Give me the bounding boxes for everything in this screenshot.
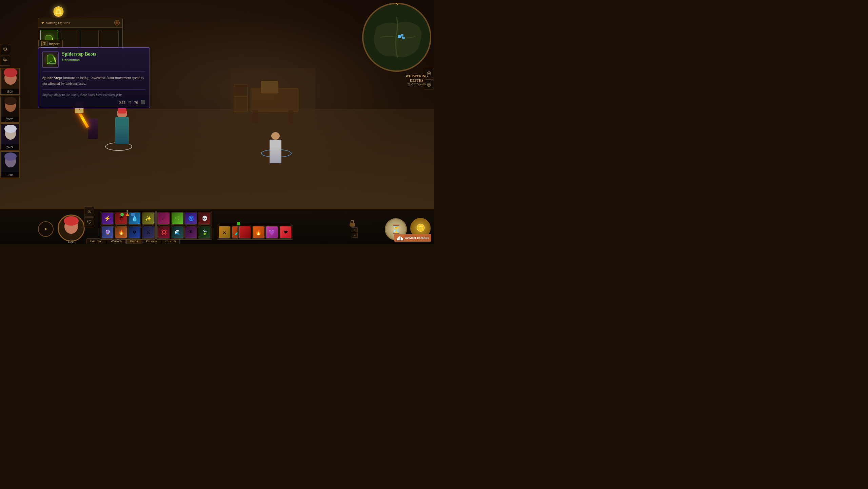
svg-point-11: [401, 34, 403, 37]
sorting-header: Sorting Options ×: [38, 18, 122, 28]
ability-btn-12[interactable]: ⚔: [142, 226, 155, 239]
ability-section-3: 🔮 🔥 ❄ ⚔: [100, 225, 156, 240]
weapon-icon-2[interactable]: 🛡: [84, 217, 94, 227]
ability-btn-11[interactable]: ❄: [128, 226, 141, 239]
ability-btn-14[interactable]: 🌊: [171, 226, 184, 239]
portrait-4[interactable]: 1/20: [0, 151, 20, 178]
svg-rect-24: [1, 124, 19, 146]
panel-icon-1[interactable]: ⚙: [0, 44, 10, 54]
gold-value: 70: [134, 100, 138, 104]
item-slot-2[interactable]: [81, 30, 99, 47]
minimap-label: WHISPERING DEPTHS X:-513 Y:-409: [406, 74, 428, 86]
tooltip-flavor-text: Slightly sticky to the touch, these boot…: [38, 91, 150, 99]
tooltip-item-info: Spiderstep Boots Uncommon: [62, 52, 96, 62]
tooltip-divider-2: [42, 89, 145, 90]
panel-icon-2[interactable]: 👁: [0, 56, 10, 66]
gem-btn-2[interactable]: 🔥: [252, 226, 265, 239]
furniture-svg: [231, 68, 315, 129]
ability-btn-13[interactable]: 💢: [157, 226, 170, 239]
weight-icon: ⚖: [128, 100, 132, 104]
item-slot-1[interactable]: [61, 30, 78, 47]
svg-rect-28: [1, 152, 19, 174]
svg-rect-20: [1, 96, 19, 118]
tooltip-header: Spiderstep Boots Uncommon: [38, 48, 150, 70]
gem-btn-3[interactable]: 💜: [265, 226, 278, 239]
ability-btn-1[interactable]: ⚡: [101, 212, 114, 225]
plus-btn[interactable]: +: [352, 227, 358, 232]
svg-point-10: [398, 35, 401, 38]
action-dots: [120, 213, 135, 216]
hud-portrait-hp: 11/24: [56, 240, 86, 243]
tooltip-item-name: Spiderstep Boots: [62, 52, 96, 57]
character-body: [115, 117, 129, 144]
ability-btn-6[interactable]: 🌿: [171, 212, 184, 225]
svg-rect-16: [1, 68, 19, 90]
character-right: [270, 132, 281, 163]
svg-point-33: [64, 216, 79, 226]
svg-rect-5: [234, 85, 248, 97]
watermark-bars-icon: [397, 236, 403, 240]
portrait-face-3: [1, 124, 19, 146]
weight-value: 0.55: [119, 100, 125, 104]
gem-section: 🔥 💜 ❤: [237, 225, 293, 240]
portrait-svg-4: [1, 152, 19, 174]
gem-btn-4[interactable]: ❤: [279, 226, 292, 239]
portrait-2[interactable]: 26/28: [0, 96, 20, 123]
ability-btn-8[interactable]: 💀: [198, 212, 211, 225]
gem-btn-1[interactable]: [238, 226, 251, 239]
furniture-area: [231, 68, 315, 129]
ability-btn-10[interactable]: 🔥: [115, 226, 127, 239]
inspect-key: T: [41, 41, 47, 46]
ability-btn-7[interactable]: 🌀: [184, 212, 197, 225]
gold-icon: ⬛: [141, 100, 145, 104]
char-right-body: [270, 140, 281, 163]
ability-btn-16[interactable]: 🍃: [198, 226, 211, 239]
ability-btn-5[interactable]: ☄: [157, 212, 170, 225]
portrait-svg-3: [1, 124, 19, 146]
item-slot-3[interactable]: [101, 30, 119, 47]
tooltip-boots-icon: [43, 52, 58, 67]
svg-point-12: [402, 37, 405, 39]
portrait-svg-2: [1, 96, 19, 118]
hud-character-portrait[interactable]: [58, 215, 85, 242]
portrait-hp-1: 11/24: [1, 89, 19, 94]
tooltip-ability: Spider Step: Immune to being Enwebbed. Y…: [38, 73, 150, 88]
hud-emblem: ✦: [37, 221, 54, 238]
svg-rect-34: [350, 223, 355, 226]
portrait-svg-1: [1, 68, 19, 90]
action-bar-row2: 🔮 🔥 ❄ ⚔ 💢 🌊 👁 🍃: [100, 225, 212, 240]
tooltip-divider: [42, 71, 145, 72]
tooltip-item-rarity: Uncommon: [62, 58, 96, 62]
ability-name: Spider Step:: [42, 76, 62, 80]
portrait-3[interactable]: 24/24: [0, 123, 20, 150]
small-icons: ⚔ 🛡: [84, 206, 94, 227]
item-tooltip: Spiderstep Boots Uncommon Spider Step: I…: [38, 47, 150, 108]
sorting-title: Sorting Options: [41, 21, 70, 25]
ability-section-4: 💢 🌊 👁 🍃: [156, 225, 212, 240]
action-dot-blue: [131, 213, 135, 216]
minimap-coords: X:-513 Y:-409: [406, 83, 428, 86]
left-panel-icons: ⚙ 👁: [0, 44, 10, 66]
watermark-text: GAMER GUIDES: [405, 236, 429, 240]
minus-btn[interactable]: −: [352, 233, 358, 238]
ability-btn-4[interactable]: ✨: [142, 212, 155, 225]
ability-btn-15[interactable]: 👁: [184, 226, 197, 239]
portrait-face-4: [1, 152, 19, 174]
chest-container[interactable]: 🪙: [53, 6, 64, 17]
tooltip-item-icon: [42, 52, 59, 68]
watermark: GAMER GUIDES: [394, 234, 431, 242]
portrait-1[interactable]: 11/24: [0, 68, 20, 95]
item-btn-1[interactable]: ⚔: [218, 226, 231, 239]
svg-rect-1: [253, 110, 258, 124]
ability-btn-9[interactable]: 🔮: [101, 226, 114, 239]
svg-rect-2: [288, 110, 293, 124]
hud-emblem-svg: ✦: [37, 221, 54, 238]
portrait-hp-3: 24/24: [1, 144, 19, 150]
portrait-hp-2: 26/28: [1, 117, 19, 122]
close-sorting-button[interactable]: ×: [114, 20, 120, 25]
ability-section-2: ☄ 🌿 🌀 💀: [156, 211, 212, 226]
weapon-icon-1[interactable]: ⚔: [84, 206, 94, 217]
lock-icon: [349, 219, 356, 228]
gem-bar: 🔥 💜 ❤: [237, 225, 293, 240]
minimap-location-name: WHISPERING DEPTHS: [406, 74, 428, 83]
